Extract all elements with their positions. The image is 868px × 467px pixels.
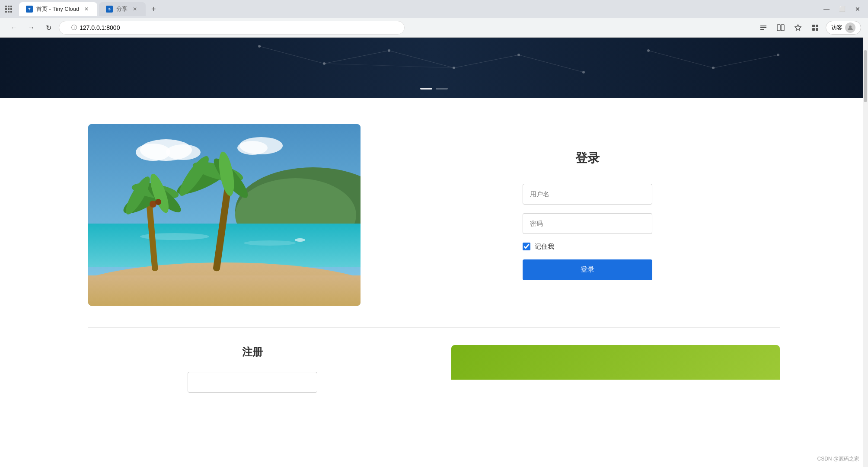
svg-point-39 xyxy=(237,141,268,155)
svg-point-44 xyxy=(244,240,296,246)
new-tab-button[interactable]: + xyxy=(147,3,160,15)
tab-share-close[interactable]: ✕ xyxy=(131,5,139,13)
svg-line-29 xyxy=(648,51,713,68)
login-section: 登录 记住我 登录 xyxy=(395,141,780,289)
password-input[interactable] xyxy=(523,213,652,234)
register-section: 注册 xyxy=(88,345,417,393)
remember-checkbox[interactable] xyxy=(523,243,530,250)
toolbar-right: 访客 xyxy=(756,21,861,35)
remember-label[interactable]: 记住我 xyxy=(535,243,554,251)
svg-rect-13 xyxy=(812,28,815,31)
svg-rect-0 xyxy=(5,6,7,7)
username-input[interactable] xyxy=(523,184,652,205)
tab-bar: T 首页 - Tiny Cloud ✕ S 分享 ✕ + — ⬜ ✕ xyxy=(0,0,868,18)
maximize-button[interactable]: ⬜ xyxy=(835,2,849,16)
back-button[interactable]: ← xyxy=(7,21,21,35)
grid-icon[interactable] xyxy=(5,5,13,13)
green-decorative-box xyxy=(451,345,780,380)
svg-rect-10 xyxy=(781,25,784,31)
svg-rect-5 xyxy=(10,8,12,10)
svg-point-32 xyxy=(712,67,715,69)
svg-rect-11 xyxy=(812,25,815,27)
carousel-dots xyxy=(420,88,448,90)
svg-rect-3 xyxy=(5,8,7,10)
section-divider xyxy=(88,327,780,328)
read-mode-button[interactable] xyxy=(756,21,770,35)
svg-line-20 xyxy=(454,55,519,68)
tab-share[interactable]: S 分享 ✕ xyxy=(99,2,146,16)
svg-point-37 xyxy=(166,144,201,160)
svg-line-18 xyxy=(324,51,389,64)
carousel-dot-2[interactable] xyxy=(436,88,448,90)
url-input[interactable] xyxy=(80,24,390,31)
svg-point-26 xyxy=(453,67,455,69)
address-bar: ← → ↻ ⓘ 访客 xyxy=(0,18,868,37)
favorites-button[interactable] xyxy=(791,21,805,35)
remember-row: 记住我 xyxy=(523,243,652,251)
svg-rect-9 xyxy=(777,25,780,31)
svg-line-30 xyxy=(713,55,778,68)
right-image-section xyxy=(451,345,780,388)
svg-point-33 xyxy=(777,54,779,56)
svg-rect-14 xyxy=(816,28,818,31)
svg-rect-1 xyxy=(8,6,10,7)
svg-line-21 xyxy=(519,55,584,72)
svg-point-31 xyxy=(647,49,650,52)
browser-chrome: T 首页 - Tiny Cloud ✕ S 分享 ✕ + — ⬜ ✕ ← → ↻… xyxy=(0,0,868,38)
url-bar[interactable]: ⓘ xyxy=(59,21,405,35)
forward-button[interactable]: → xyxy=(24,21,38,35)
carousel-dot-1[interactable] xyxy=(420,88,432,90)
svg-line-22 xyxy=(324,64,454,68)
beach-svg xyxy=(88,124,361,306)
svg-rect-8 xyxy=(10,11,12,13)
svg-point-36 xyxy=(136,144,170,161)
svg-rect-2 xyxy=(10,6,12,7)
svg-rect-12 xyxy=(816,25,818,27)
visitor-button[interactable]: 访客 xyxy=(826,21,861,35)
login-section-row: 登录 记住我 登录 xyxy=(88,124,780,306)
svg-point-23 xyxy=(258,45,261,48)
login-title: 登录 xyxy=(575,150,600,166)
collections-button[interactable] xyxy=(808,21,822,35)
svg-point-61 xyxy=(295,238,305,242)
register-title: 注册 xyxy=(88,345,417,359)
visitor-label: 访客 xyxy=(831,24,842,32)
tab-home[interactable]: T 首页 - Tiny Cloud ✕ xyxy=(19,2,97,16)
page-header-banner xyxy=(0,38,868,98)
tab-home-close[interactable]: ✕ xyxy=(83,5,90,13)
tab-favicon-home: T xyxy=(26,6,33,13)
footer-note: CSDN @源码之家 xyxy=(817,455,859,463)
svg-rect-46 xyxy=(88,275,361,306)
tab-home-label: 首页 - Tiny Cloud xyxy=(36,5,79,13)
minimize-button[interactable]: — xyxy=(820,2,833,16)
scrollbar-thumb[interactable] xyxy=(864,50,867,102)
svg-rect-7 xyxy=(8,11,10,13)
svg-point-25 xyxy=(388,49,390,52)
beach-image xyxy=(88,124,361,306)
page-content: 登录 记住我 登录 注册 xyxy=(0,98,868,419)
login-form: 记住我 登录 xyxy=(523,184,652,280)
svg-point-24 xyxy=(323,62,326,65)
split-view-button[interactable] xyxy=(774,21,788,35)
login-button[interactable]: 登录 xyxy=(523,259,652,280)
svg-point-28 xyxy=(582,71,585,74)
lock-icon: ⓘ xyxy=(71,24,77,32)
svg-rect-6 xyxy=(5,11,7,13)
close-button[interactable]: ✕ xyxy=(851,2,865,16)
tab-share-label: 分享 xyxy=(116,5,128,13)
tab-favicon-share: S xyxy=(106,6,113,13)
visitor-avatar xyxy=(845,22,855,33)
svg-point-54 xyxy=(155,199,161,205)
browser-scrollbar[interactable] xyxy=(863,37,868,467)
svg-line-19 xyxy=(389,51,454,68)
svg-line-17 xyxy=(259,46,324,64)
refresh-button[interactable]: ↻ xyxy=(41,21,55,35)
bottom-row: 注册 xyxy=(88,345,780,393)
svg-point-27 xyxy=(517,54,520,56)
svg-rect-4 xyxy=(8,8,10,10)
